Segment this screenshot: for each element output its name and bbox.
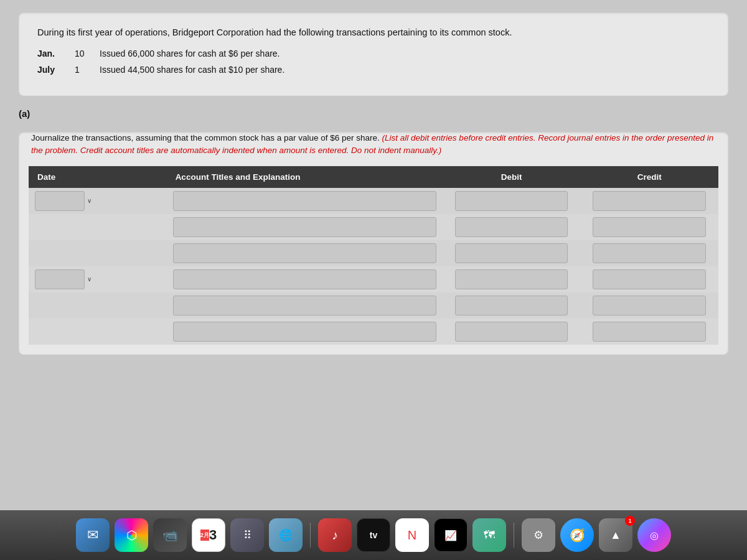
account-cell-5 [167,292,443,319]
dock-separator-2 [514,523,514,548]
credit-input-1[interactable] [593,191,705,211]
dock-calendar[interactable]: 2月 3 [192,518,225,552]
account-cell-1 [167,188,443,214]
account-input-4[interactable] [173,269,436,289]
dock-browser[interactable]: 🌐 [269,518,303,552]
dock-separator [310,523,311,548]
header-credit: Credit [580,166,718,188]
dock-music-app[interactable]: ♪ [318,518,352,552]
account-cell-6 [167,319,443,345]
journal-table-wrap: Date Account Titles and Explanation Debi… [19,166,728,355]
credit-input-5[interactable] [593,296,705,315]
dock-launchpad[interactable]: ⠿ [230,518,264,552]
debit-cell-2 [443,214,581,240]
dock-safari[interactable]: 🧭 [560,518,594,552]
debit-cell-4 [443,266,581,292]
dock-facetime[interactable]: 📹 [153,518,187,552]
date-input-1[interactable] [35,191,85,211]
debit-input-1[interactable] [455,191,568,211]
jan-day: 10 [75,49,87,58]
account-cell-3 [167,240,443,266]
table-row [29,214,718,240]
header-date: Date [29,166,167,188]
table-row: ∨ [29,266,718,292]
account-cell-2 [167,214,443,240]
badge-count: 1 [625,516,635,526]
account-input-2[interactable] [173,217,436,237]
july-day: 1 [75,65,87,75]
calendar-month: 2月 [200,531,209,539]
dock-stocks[interactable]: 📈 [434,518,467,552]
debit-input-2[interactable] [455,217,568,237]
dock-news[interactable]: N [395,518,429,552]
debit-input-3[interactable] [455,243,568,263]
date-cell-1: ∨ [29,188,167,214]
date-cell-2 [29,214,167,240]
dock-system-prefs[interactable]: ⚙ [522,518,555,552]
dock-bar: ✉ ⬡ 📹 2月 3 ⠿ 🌐 ♪ tv N 📈 🗺 ⚙ 🧭 [0,510,747,560]
credit-input-6[interactable] [593,322,705,342]
dock-notification-badge[interactable]: ▲ 1 [599,518,632,552]
date-cell-4: ∨ [29,266,167,292]
part-a-card: Journalize the transactions, assuming th… [19,132,728,355]
table-row [29,292,718,319]
dock-photos[interactable]: ⬡ [115,518,148,552]
jan-month: Jan. [37,49,62,58]
transaction-jan: Jan. 10 Issued 66,000 shares for cash at… [37,49,710,58]
credit-input-2[interactable] [593,217,705,237]
table-row [29,319,718,345]
credit-cell-1 [580,188,718,214]
account-input-1[interactable] [173,191,436,211]
debit-cell-1 [443,188,581,214]
debit-input-5[interactable] [455,296,568,315]
date-cell-3 [29,240,167,266]
account-input-6[interactable] [173,322,436,342]
dock-maps[interactable]: 🗺 [472,518,506,552]
dock-mail[interactable]: ✉ [76,518,110,552]
table-row [29,240,718,266]
debit-input-6[interactable] [455,322,568,342]
instructions-block: Journalize the transactions, assuming th… [19,132,728,166]
debit-cell-6 [443,319,581,345]
main-content: During its first year of operations, Bri… [0,0,747,510]
debit-cell-5 [443,292,581,319]
instructions-plain: Journalize the transactions, assuming th… [31,133,382,142]
jan-desc: Issued 66,000 shares for cash at $6 per … [100,49,280,58]
account-input-5[interactable] [173,296,436,315]
info-card: During its first year of operations, Bri… [19,12,728,96]
intro-text: During its first year of operations, Bri… [37,27,710,37]
header-account: Account Titles and Explanation [167,166,443,188]
credit-cell-4 [580,266,718,292]
header-debit: Debit [443,166,581,188]
transaction-july: July 1 Issued 44,500 shares for cash at … [37,65,710,75]
debit-input-4[interactable] [455,269,568,289]
credit-cell-6 [580,319,718,345]
credit-input-3[interactable] [593,243,705,263]
dock-siri[interactable]: ◎ [637,518,671,552]
table-header-row: Date Account Titles and Explanation Debi… [29,166,718,188]
credit-cell-3 [580,240,718,266]
chevron-down-icon[interactable]: ∨ [87,276,92,282]
july-month: July [37,65,62,75]
credit-cell-5 [580,292,718,319]
account-cell-4 [167,266,443,292]
table-row: ∨ [29,188,718,214]
account-input-3[interactable] [173,243,436,263]
part-a-label: (a) [19,108,30,119]
date-cell-6 [29,319,167,345]
date-input-4[interactable] [35,269,85,289]
journal-table: Date Account Titles and Explanation Debi… [29,166,718,345]
credit-input-4[interactable] [593,269,705,289]
calendar-day: 3 [209,524,217,546]
credit-cell-2 [580,214,718,240]
july-desc: Issued 44,500 shares for cash at $10 per… [100,65,284,75]
debit-cell-3 [443,240,581,266]
dock-tv[interactable]: tv [357,518,390,552]
date-cell-5 [29,292,167,319]
chevron-down-icon[interactable]: ∨ [87,197,92,204]
